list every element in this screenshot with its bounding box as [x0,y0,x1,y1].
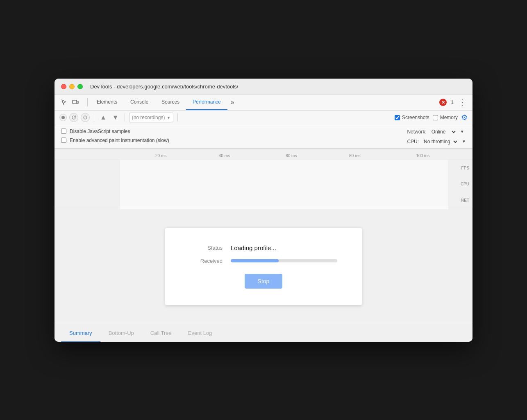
recording-select-label: (no recordings) [132,115,165,120]
progress-bar-container [231,259,337,262]
tab-call-tree[interactable]: Call Tree [142,325,180,342]
toolbar-right: Screenshots Memory ⚙ [395,113,468,122]
toolbar-divider-1 [94,113,94,122]
enable-paint-checkbox[interactable] [61,138,66,143]
settings-gear-icon[interactable]: ⚙ [461,113,468,122]
traffic-lights [61,84,83,89]
upload-icon[interactable]: ▲ [98,114,108,121]
screenshots-checkbox[interactable] [395,115,400,120]
download-icon[interactable]: ▼ [111,114,120,121]
toolbar-divider-3 [177,113,178,122]
bottom-tabs: Summary Bottom-Up Call Tree Event Log [55,324,472,342]
memory-checkbox-label[interactable]: Memory [433,115,458,120]
main-tabs: Elements Console Sources Performance [90,95,227,110]
status-label: Status [190,245,223,251]
tick-40ms: 40 ms [219,154,230,158]
title-bar: DevTools - developers.google.com/web/too… [55,79,472,95]
cursor-icon[interactable] [59,98,68,107]
cpu-select-arrow: ▼ [462,139,466,144]
minimize-button[interactable] [69,84,75,89]
network-row: Network: Online Fast 3G Slow 3G Offline … [407,129,466,135]
tab-sources[interactable]: Sources [155,95,186,110]
performance-toolbar: ▲ ▼ (no recordings) ▼ Screenshots Memory… [55,111,472,125]
tick-20ms: 20 ms [155,154,166,158]
memory-checkbox[interactable] [433,115,438,120]
settings-right: Network: Online Fast 3G Slow 3G Offline … [407,129,466,145]
tick-60ms: 60 ms [286,154,297,158]
tab-performance[interactable]: Performance [186,95,227,110]
timeline-ticks: 20 ms 40 ms 60 ms 80 ms 100 ms [120,149,472,160]
window-title: DevTools - developers.google.com/web/too… [90,84,238,90]
recording-select-wrapper[interactable]: (no recordings) ▼ [129,113,174,122]
tracks-labels [55,160,120,209]
tab-event-log[interactable]: Event Log [180,325,220,342]
screenshots-checkbox-label[interactable]: Screenshots [395,115,429,120]
more-tabs-button[interactable]: » [227,95,238,110]
error-icon[interactable]: ✕ [439,99,447,106]
settings-panel: Disable JavaScript samples Enable advanc… [55,125,472,149]
disable-js-checkbox[interactable] [61,129,66,134]
status-row: Status Loading profile... [190,244,337,251]
received-row: Received [190,258,337,264]
maximize-button[interactable] [77,84,83,89]
tab-divider [87,98,88,106]
stop-record-button[interactable] [81,113,90,122]
main-content: Status Loading profile... Received Stop [55,209,472,324]
enable-paint-row: Enable advanced paint instrumentation (s… [61,138,169,143]
device-toggle-icon[interactable] [71,98,80,107]
network-select[interactable]: Online Fast 3G Slow 3G Offline [430,129,457,135]
record-button[interactable] [59,114,67,121]
timeline-ruler: 20 ms 40 ms 60 ms 80 ms 100 ms [55,149,472,160]
svg-rect-1 [77,101,78,104]
cpu-row: CPU: No throttling 4x slowdown 6x slowdo… [407,138,466,145]
reload-record-button[interactable] [69,113,78,122]
tab-bar-right: ✕ 1 ⋮ [439,98,468,107]
loading-dialog: Status Loading profile... Received Stop [165,228,362,305]
performance-tracks: FPS CPU NET [55,160,472,209]
status-value: Loading profile... [231,244,276,251]
cpu-label: CPU [448,182,469,186]
tick-100ms: 100 ms [416,154,429,158]
devtools-window: DevTools - developers.google.com/web/too… [55,79,472,342]
net-label: NET [448,198,469,203]
devtools-icons [59,98,80,107]
error-count: 1 [451,99,454,105]
received-label: Received [190,258,223,264]
close-button[interactable] [61,84,66,89]
cpu-select[interactable]: No throttling 4x slowdown 6x slowdown [422,138,459,145]
tick-80ms: 80 ms [349,154,360,158]
recording-select-arrow: ▼ [166,115,170,120]
disable-js-row: Disable JavaScript samples [61,129,169,134]
tab-bottom-up[interactable]: Bottom-Up [100,325,142,342]
toolbar-divider-2 [125,113,125,122]
settings-left: Disable JavaScript samples Enable advanc… [61,129,169,143]
tab-elements[interactable]: Elements [90,95,124,110]
tracks-right: FPS CPU NET [448,160,472,209]
timeline-left-spacer [55,149,120,160]
tab-console[interactable]: Console [124,95,155,110]
tracks-content [120,160,448,209]
stop-button[interactable]: Stop [245,274,283,289]
svg-rect-0 [73,100,77,104]
fps-label: FPS [448,166,469,170]
devtools-menu-icon[interactable]: ⋮ [457,98,468,107]
tab-summary[interactable]: Summary [61,325,100,342]
network-select-arrow: ▼ [460,129,464,134]
tab-bar: Elements Console Sources Performance » ✕… [55,95,472,111]
progress-bar-fill [231,259,279,262]
